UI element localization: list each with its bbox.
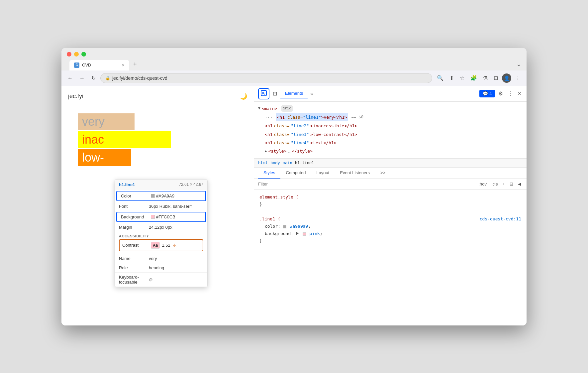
- tooltip-margin-row: Margin 24.12px 0px: [115, 223, 207, 232]
- css-panel: element.style { } .line1 { cds-quest-cvd…: [254, 189, 527, 325]
- add-rule-button[interactable]: +: [501, 181, 506, 187]
- cls-button[interactable]: .cls: [490, 181, 499, 187]
- background-css-value: pink: [310, 231, 320, 236]
- dom-h1-line3: <h1: [265, 131, 272, 138]
- layer-button[interactable]: ⊟: [508, 181, 515, 187]
- profile-button[interactable]: 👤: [502, 73, 511, 83]
- hov-button[interactable]: :hov: [477, 181, 488, 187]
- device-toolbar-button[interactable]: ⊡: [271, 89, 279, 98]
- nav-bar: ← → ↻ 🔒 jec.fyi/demo/cds-quest-cvd 🔍 ⬆ ☆…: [61, 70, 527, 86]
- devtools-toolbar: ⊡ Elements » 💬 4 ⚙ ⋮ ×: [254, 86, 527, 102]
- dom-h1-line2-row[interactable]: <h1 class="line2">inaccessible</h1>: [265, 122, 523, 130]
- tab-computed[interactable]: Computed: [280, 168, 311, 179]
- devtools-settings-button[interactable]: ⚙: [497, 89, 504, 98]
- dom-h1-content: >very</h1>: [321, 115, 347, 120]
- tab-overflow-button[interactable]: ⌄: [516, 61, 521, 70]
- dom-class-attr: class=: [287, 115, 303, 120]
- dom-h1-line3-row[interactable]: <h1 class="line3">low-contrast</h1>: [265, 130, 523, 139]
- devtools-close-button[interactable]: ×: [516, 89, 523, 98]
- favicon-text: C: [75, 63, 78, 67]
- inspect-element-button[interactable]: [258, 88, 269, 99]
- dom-class-attr-3: class=: [274, 131, 289, 138]
- bookmark-button[interactable]: ☆: [458, 73, 466, 82]
- tab-styles[interactable]: Styles: [258, 168, 280, 179]
- dom-triangle-icon: ▼: [258, 105, 260, 112]
- tooltip-dimensions: 72.61 × 42.67: [179, 182, 203, 187]
- tooltip-name-row: Name very: [115, 254, 207, 263]
- dark-mode-button[interactable]: 🌙: [240, 93, 247, 100]
- share-button[interactable]: ⬆: [447, 73, 456, 82]
- role-value: heading: [149, 265, 164, 270]
- dom-class-value-2: "line2": [291, 122, 309, 130]
- color-value: #A9A9A9: [151, 193, 174, 198]
- devtools-panel: ⊡ Elements » 💬 4 ⚙ ⋮ × ▼ <main>: [254, 86, 527, 325]
- traffic-lights: [67, 52, 521, 57]
- h1-low-contrast-element: low-: [78, 149, 131, 166]
- more-tabs-button[interactable]: »: [309, 90, 314, 98]
- dom-main-row[interactable]: ▼ <main> grid: [258, 104, 523, 113]
- breadcrumb-h1-line1[interactable]: h1.line1: [295, 161, 314, 165]
- keyboard-label: Keyboard-focusable: [119, 275, 149, 285]
- reload-button[interactable]: ↻: [89, 73, 98, 82]
- devtools-more-button[interactable]: ⋮: [506, 89, 514, 98]
- tab-more-panels[interactable]: >>: [375, 168, 391, 179]
- title-bar: C CVD × + ⌄: [61, 48, 527, 70]
- dom-h1-line2: <h1: [265, 122, 272, 130]
- new-tab-button[interactable]: +: [131, 61, 140, 70]
- accessibility-section: ACCESSIBILITY Contrast Aa 1.52 ⚠: [115, 232, 207, 254]
- breadcrumb-html[interactable]: html: [258, 161, 268, 165]
- dom-style-row[interactable]: ▶ <style>…</style>: [265, 147, 523, 155]
- dom-class-attr-2: class=: [274, 122, 289, 130]
- tooltip-header: h1.line1 72.61 × 42.67: [115, 180, 207, 190]
- dom-style-tag: <style>: [268, 147, 287, 155]
- tab-close-button[interactable]: ×: [122, 63, 125, 67]
- color-swatch-gray: [151, 194, 155, 198]
- maximize-traffic-light[interactable]: [81, 52, 86, 57]
- back-button[interactable]: ←: [65, 74, 75, 82]
- contrast-label: Contrast: [122, 243, 149, 248]
- breadcrumb-body[interactable]: body: [270, 161, 280, 165]
- lab-button[interactable]: ⚗: [481, 73, 490, 82]
- tab-elements[interactable]: Elements: [280, 89, 308, 98]
- dom-panel: ▼ <main> grid ··· <h1 class="line1">very…: [254, 102, 527, 159]
- color-dot-pink-icon: [303, 232, 306, 236]
- dom-indent-block: ··· <h1 class="line1">very</h1> == $0 <h…: [258, 113, 523, 156]
- minimize-traffic-light[interactable]: [74, 52, 79, 57]
- site-header: jec.fyi 🌙: [68, 93, 247, 100]
- filter-bar: :hov .cls + ⊟ ◀: [254, 179, 527, 189]
- extensions-button[interactable]: 🧩: [468, 73, 479, 82]
- background-label: Background: [121, 214, 151, 219]
- dom-dots: ···: [265, 113, 272, 121]
- forward-button[interactable]: →: [77, 74, 87, 82]
- lock-icon: 🔒: [105, 76, 110, 80]
- dom-h1-inaccessible: >inaccessible</h1>: [310, 122, 357, 130]
- browser-tab-cvd[interactable]: C CVD ×: [69, 60, 129, 70]
- arrow-button[interactable]: ◀: [517, 181, 523, 187]
- tab-layout[interactable]: Layout: [311, 168, 335, 179]
- color-hex: #A9A9A9: [156, 193, 174, 198]
- nav-actions: 🔍 ⬆ ☆ 🧩 ⚗ ⊡ 👤 ⋮: [435, 73, 523, 83]
- dom-h1-line1-row[interactable]: ··· <h1 class="line1">very</h1> == $0: [265, 113, 523, 122]
- split-button[interactable]: ⊡: [492, 73, 500, 82]
- tab-event-listeners[interactable]: Event Listeners: [335, 168, 375, 179]
- dom-h1-line4-row[interactable]: <h1 class="line4">text</h1>: [265, 139, 523, 147]
- dom-class-attr-4: class=: [274, 139, 289, 147]
- search-button[interactable]: 🔍: [435, 73, 445, 82]
- breadcrumb-main[interactable]: main: [283, 161, 292, 165]
- styles-filter-input[interactable]: [258, 182, 474, 186]
- more-button[interactable]: ⋮: [513, 73, 523, 82]
- line1-source-link[interactable]: cds-quest-cvd:11: [480, 215, 521, 223]
- tooltip-contrast-row: Contrast Aa 1.52 ⚠: [119, 239, 203, 251]
- element-tooltip: h1.line1 72.61 × 42.67 Color #A9A9A9 Fon…: [115, 179, 208, 287]
- h1-very-element: very: [78, 113, 135, 130]
- chat-button[interactable]: 💬 4: [479, 90, 495, 97]
- line1-close-brace: }: [259, 237, 521, 245]
- dom-main-tag: <main>: [262, 105, 277, 112]
- line1-rule-block: .line1 { cds-quest-cvd:11 color: #a9a9a9…: [259, 215, 521, 245]
- address-bar[interactable]: 🔒 jec.fyi/demo/cds-quest-cvd: [100, 73, 432, 83]
- css-color-row: color: #a9a9a9;: [259, 223, 521, 230]
- expand-background-icon[interactable]: [296, 232, 299, 235]
- font-value: 36px Rubik, sans-serif: [149, 204, 192, 209]
- site-content: very inac low-: [68, 113, 247, 167]
- close-traffic-light[interactable]: [67, 52, 71, 57]
